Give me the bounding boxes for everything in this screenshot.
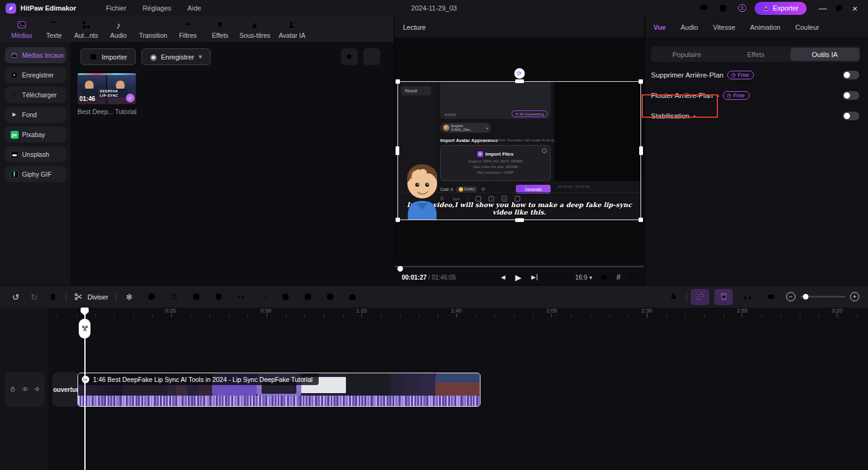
tab-autocollants[interactable]: Aut...nts <box>71 19 102 39</box>
voiceover-mic-button[interactable] <box>664 289 683 305</box>
zoom-out-button[interactable]: − <box>786 292 795 301</box>
titlebar: HitPaw Edimakor Fichier Réglages Aide 20… <box>0 0 868 16</box>
hide-track-button[interactable] <box>22 386 29 394</box>
add-text-button[interactable] <box>277 289 295 305</box>
tool-row-blur-background: Flouter Arrière-Plan ▴ ◷Free <box>651 87 859 103</box>
preview-viewport[interactable]: ⟳ Result 0/2000 ✦AI Copywriting En <box>394 38 644 264</box>
export-button[interactable]: Exporter <box>755 2 807 15</box>
freeze-frame-button[interactable]: ❄ <box>120 289 139 305</box>
resize-handle[interactable] <box>396 146 399 155</box>
previous-frame-button[interactable]: ◀ <box>501 274 505 280</box>
tab-audio[interactable]: ♪ Audio <box>103 19 134 39</box>
unlink-clips-button[interactable] <box>738 289 756 305</box>
undo-button[interactable]: ↺ <box>6 289 25 305</box>
restore-button[interactable] <box>832 1 846 15</box>
tab-effets[interactable]: Effets <box>205 19 236 39</box>
zoom-knob[interactable] <box>803 294 808 299</box>
video-selection-frame[interactable]: ⟳ Result 0/2000 ✦AI Copywriting En <box>398 82 640 219</box>
download-update-icon[interactable] <box>716 1 730 15</box>
timeline-ruler[interactable]: 0:25 0:50 1:15 1:40 2:05 2:30 2:55 3:20 <box>50 308 868 317</box>
collapse-up-icon[interactable]: ▴ <box>717 92 719 98</box>
segment-outils-ia[interactable]: Outils IA <box>790 48 859 61</box>
snapshot-button[interactable] <box>600 273 608 282</box>
crop-button[interactable] <box>165 289 184 305</box>
sidebar-item-medias-locaux[interactable]: Médias locaux <box>5 47 66 63</box>
sort-button[interactable] <box>363 48 380 65</box>
feedback-icon[interactable] <box>697 1 711 15</box>
menu-reglages[interactable]: Réglages <box>143 4 171 12</box>
preview-progress-bar[interactable] <box>394 266 644 267</box>
collapse-up-icon[interactable]: ▴ <box>693 113 696 118</box>
ai-tools-button[interactable] <box>299 289 317 305</box>
speed-button[interactable] <box>143 289 161 305</box>
speed-ramp-button[interactable] <box>254 289 273 305</box>
sidebar-item-fond[interactable]: ▶ Fond <box>5 107 66 123</box>
mask-button[interactable] <box>210 289 228 305</box>
rotate-handle[interactable]: ⟳ <box>514 68 525 79</box>
lock-track-button[interactable] <box>9 386 16 394</box>
resize-handle[interactable] <box>639 218 643 222</box>
resize-handle[interactable] <box>639 146 643 155</box>
redo-button[interactable]: ↻ <box>25 289 43 305</box>
sidebar-item-telecharger[interactable]: Télécharger <box>5 87 66 103</box>
sidebar-item-enregistrer[interactable]: Enregistrer <box>5 67 66 83</box>
grid-button[interactable]: # <box>616 273 621 282</box>
import-button[interactable]: Importer <box>81 48 136 65</box>
segment-effets[interactable]: Effets <box>721 48 790 61</box>
tab-transition[interactable]: Transition <box>135 19 171 39</box>
tab-audio[interactable]: Audio <box>681 24 698 31</box>
magnet-snap-button[interactable] <box>714 289 733 305</box>
split-button[interactable]: Diviser <box>70 292 112 301</box>
record-button[interactable]: ◉ Enregistrer ▾ <box>141 48 211 65</box>
app-logo-icon <box>6 3 16 14</box>
link-clips-button[interactable] <box>691 289 709 305</box>
export-frame-button[interactable] <box>343 289 362 305</box>
playback-controls: 00:01:27 / 01:46:05 ◀ ▶ ▶ 16:9▾ # <box>394 264 644 285</box>
tab-animation[interactable]: Animation <box>750 24 781 31</box>
tab-vue[interactable]: Vue <box>653 24 666 31</box>
menu-aide[interactable]: Aide <box>187 4 201 12</box>
resize-handle[interactable] <box>396 218 400 222</box>
search-button[interactable] <box>341 48 358 65</box>
account-icon[interactable] <box>735 1 749 15</box>
timeline-panel[interactable]: 0:25 0:50 1:15 1:40 2:05 2:30 2:55 3:20 … <box>0 308 868 470</box>
toggle-blur-background[interactable] <box>843 91 859 100</box>
segment-populaire[interactable]: Populaire <box>652 48 721 61</box>
fit-timeline-button[interactable] <box>761 289 780 305</box>
sidebar-item-pixabay[interactable]: px Pixabay <box>5 126 66 143</box>
tab-vitesse[interactable]: Vitesse <box>713 24 735 31</box>
fullscreen-button[interactable] <box>629 273 637 282</box>
next-frame-button[interactable]: ▶ <box>531 274 538 280</box>
mute-track-button[interactable] <box>34 386 41 394</box>
tab-medias[interactable]: Médias <box>6 19 37 39</box>
toggle-remove-background[interactable] <box>843 71 859 79</box>
timeline-clip[interactable]: ▶ 1:46 Best DeepFake Lip Sync AI Tools i… <box>78 373 480 407</box>
toggle-stabilisation[interactable] <box>843 112 859 120</box>
timeline-zoom-slider[interactable] <box>800 296 845 298</box>
sidebar-item-giphy[interactable]: Giphy GIF <box>5 166 66 182</box>
sidebar-item-unsplash[interactable]: Unsplash <box>5 146 66 162</box>
tab-sous-titres[interactable]: Sous-titres <box>237 19 273 39</box>
tab-avatar-ia[interactable]: Avatar IA <box>274 19 310 39</box>
play-button[interactable]: ▶ <box>515 273 521 282</box>
resize-handle[interactable] <box>515 79 524 83</box>
minimize-button[interactable]: — <box>816 1 830 15</box>
avatar-tool-button[interactable] <box>321 289 340 305</box>
tab-texte[interactable]: Texte <box>38 19 69 39</box>
resize-handle[interactable] <box>396 79 400 84</box>
media-clip-card[interactable]: 01:46 DEEPFAKLIP-SYNC ✓ Best Deep... Tut… <box>78 73 138 115</box>
playhead-split-badge[interactable] <box>79 319 91 339</box>
tab-couleur[interactable]: Couleur <box>795 24 820 31</box>
resize-handle[interactable] <box>639 79 643 84</box>
resize-handle[interactable] <box>515 218 524 222</box>
clip-track-label[interactable]: ouvertur <box>52 372 79 407</box>
flip-button[interactable] <box>232 289 250 305</box>
delete-button[interactable] <box>43 289 62 305</box>
close-button[interactable]: × <box>848 1 862 15</box>
aspect-ratio-select[interactable]: 16:9▾ <box>575 274 593 281</box>
tab-filtres[interactable]: Filtres <box>172 19 203 39</box>
clip-title: Best Deep... Tutorial <box>78 108 138 115</box>
zoom-in-button[interactable]: + <box>850 292 859 301</box>
export-clip-button[interactable] <box>187 289 206 305</box>
menu-fichier[interactable]: Fichier <box>106 4 126 12</box>
